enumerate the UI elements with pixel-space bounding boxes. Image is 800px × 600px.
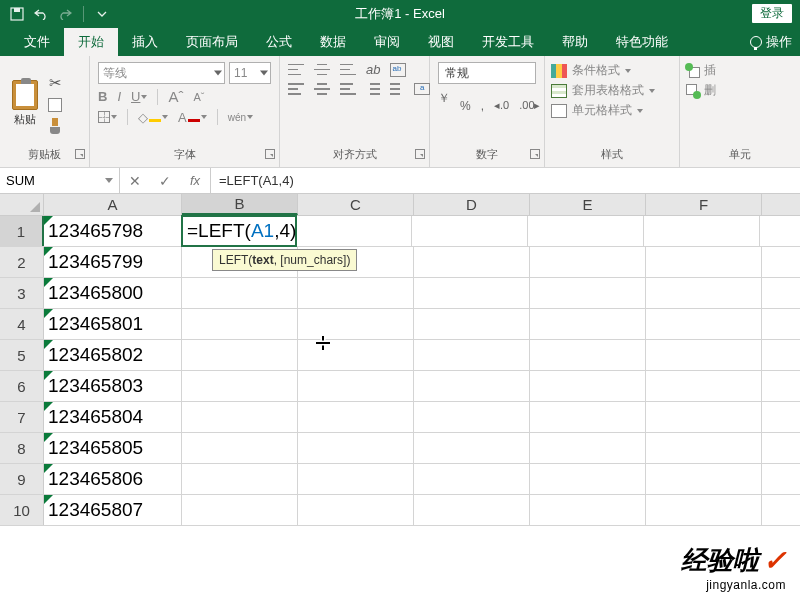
copy-icon[interactable]: [48, 98, 62, 112]
cell[interactable]: 123465800: [44, 278, 182, 308]
cell[interactable]: [296, 216, 412, 246]
formula-input[interactable]: =LEFT(A1,4): [211, 168, 800, 193]
align-top-icon[interactable]: [288, 64, 304, 76]
cell[interactable]: [646, 309, 762, 339]
cell-styles-button[interactable]: 单元格样式: [551, 102, 643, 119]
cancel-formula-button[interactable]: ✕: [120, 173, 150, 189]
cell[interactable]: [298, 340, 414, 370]
row-header[interactable]: 10: [0, 495, 44, 525]
cell[interactable]: [182, 495, 298, 525]
save-icon[interactable]: [8, 5, 26, 23]
tab-view[interactable]: 视图: [414, 28, 468, 56]
cell[interactable]: [530, 433, 646, 463]
cell[interactable]: [530, 278, 646, 308]
cell[interactable]: [298, 309, 414, 339]
underline-button[interactable]: U: [131, 89, 147, 104]
accept-formula-button[interactable]: ✓: [150, 173, 180, 189]
redo-icon[interactable]: [56, 5, 74, 23]
row-header[interactable]: 1: [0, 216, 44, 246]
cell[interactable]: 123465807: [44, 495, 182, 525]
cell[interactable]: [530, 340, 646, 370]
row-header[interactable]: 6: [0, 371, 44, 401]
currency-button[interactable]: ￥: [438, 90, 450, 121]
align-center-icon[interactable]: [314, 83, 330, 95]
cell[interactable]: [646, 247, 762, 277]
decrease-decimal-icon[interactable]: .00▸: [519, 99, 540, 112]
grow-font-button[interactable]: Aˆ: [168, 88, 183, 105]
cell[interactable]: 123465799: [44, 247, 182, 277]
cell[interactable]: [414, 495, 530, 525]
undo-icon[interactable]: [32, 5, 50, 23]
decrease-indent-icon[interactable]: [366, 83, 380, 95]
cell[interactable]: 123465806: [44, 464, 182, 494]
cell[interactable]: [298, 433, 414, 463]
cell[interactable]: [412, 216, 528, 246]
dialog-launcher-icon[interactable]: [415, 149, 425, 159]
align-right-icon[interactable]: [340, 83, 356, 95]
cell[interactable]: [182, 433, 298, 463]
cell[interactable]: [530, 309, 646, 339]
cell[interactable]: [646, 402, 762, 432]
row-header[interactable]: 3: [0, 278, 44, 308]
fill-color-button[interactable]: ◇: [138, 110, 168, 125]
format-as-table-button[interactable]: 套用表格格式: [551, 82, 655, 99]
cell[interactable]: 123465801: [44, 309, 182, 339]
paste-button[interactable]: 粘贴: [6, 80, 44, 127]
insert-cells-button[interactable]: 插: [686, 62, 716, 79]
dialog-launcher-icon[interactable]: [530, 149, 540, 159]
cell[interactable]: [414, 433, 530, 463]
cell[interactable]: [414, 464, 530, 494]
cell[interactable]: [182, 464, 298, 494]
row-header[interactable]: 5: [0, 340, 44, 370]
cell[interactable]: [646, 371, 762, 401]
cell[interactable]: [646, 278, 762, 308]
column-header[interactable]: E: [530, 194, 646, 215]
cell[interactable]: [528, 216, 644, 246]
row-header[interactable]: 4: [0, 309, 44, 339]
italic-button[interactable]: I: [117, 89, 121, 104]
cell[interactable]: [298, 495, 414, 525]
shrink-font-button[interactable]: Aˇ: [193, 91, 204, 103]
cell[interactable]: [530, 464, 646, 494]
tab-special[interactable]: 特色功能: [602, 28, 682, 56]
fx-button[interactable]: fx: [180, 173, 210, 188]
cell[interactable]: [530, 371, 646, 401]
tab-insert[interactable]: 插入: [118, 28, 172, 56]
column-header[interactable]: C: [298, 194, 414, 215]
phonetic-button[interactable]: wén: [228, 112, 253, 123]
cell[interactable]: 123465798: [44, 216, 182, 246]
cell[interactable]: [530, 402, 646, 432]
cell[interactable]: [414, 340, 530, 370]
cell[interactable]: [414, 371, 530, 401]
name-box[interactable]: SUM: [0, 168, 120, 193]
tab-data[interactable]: 数据: [306, 28, 360, 56]
column-header[interactable]: D: [414, 194, 530, 215]
dialog-launcher-icon[interactable]: [265, 149, 275, 159]
row-header[interactable]: 9: [0, 464, 44, 494]
font-color-button[interactable]: A: [178, 110, 207, 125]
comma-button[interactable]: ,: [481, 99, 484, 113]
dialog-launcher-icon[interactable]: [75, 149, 85, 159]
align-middle-icon[interactable]: [314, 64, 330, 76]
cell[interactable]: 123465803: [44, 371, 182, 401]
qat-dropdown-icon[interactable]: [93, 5, 111, 23]
increase-decimal-icon[interactable]: ◂.0: [494, 99, 509, 112]
align-bottom-icon[interactable]: [340, 64, 356, 76]
cell-editing[interactable]: =LEFT(A1,4): [181, 215, 297, 247]
merge-cells-icon[interactable]: [414, 83, 430, 95]
format-painter-icon[interactable]: [48, 118, 62, 134]
cell[interactable]: [414, 247, 530, 277]
bold-button[interactable]: B: [98, 89, 107, 104]
tab-page-layout[interactable]: 页面布局: [172, 28, 252, 56]
cell[interactable]: [530, 247, 646, 277]
cell[interactable]: [646, 495, 762, 525]
cell[interactable]: [646, 340, 762, 370]
cell[interactable]: [298, 402, 414, 432]
border-button[interactable]: [98, 111, 117, 123]
row-header[interactable]: 8: [0, 433, 44, 463]
column-header[interactable]: A: [44, 194, 182, 215]
row-header[interactable]: 7: [0, 402, 44, 432]
tab-formulas[interactable]: 公式: [252, 28, 306, 56]
row-header[interactable]: 2: [0, 247, 44, 277]
tab-developer[interactable]: 开发工具: [468, 28, 548, 56]
